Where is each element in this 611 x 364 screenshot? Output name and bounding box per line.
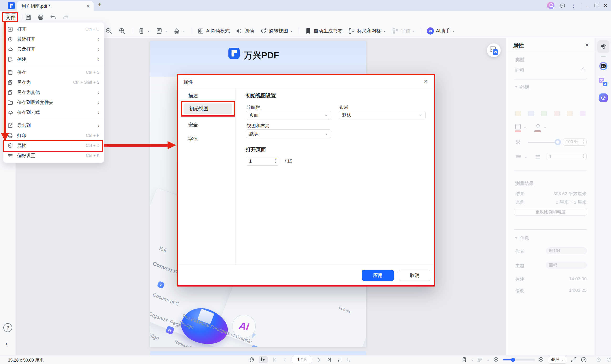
redo-icon[interactable] <box>62 13 69 21</box>
navbar-select[interactable]: 页面 ⌄ <box>246 111 331 119</box>
next-page-icon[interactable] <box>316 357 322 363</box>
read-aloud-button[interactable]: 朗读 <box>236 27 254 35</box>
menu-item-recent[interactable]: 最近打开 › <box>3 34 104 44</box>
menu-item-save-as-other[interactable]: 另存为其他 › <box>3 88 104 97</box>
previous-view-icon[interactable] <box>336 357 342 363</box>
page-layout-icon[interactable] <box>477 357 483 363</box>
subject-input[interactable]: 面积 <box>546 262 587 268</box>
timer-icon[interactable] <box>596 357 601 363</box>
new-tab-button[interactable]: + <box>98 1 101 8</box>
ai-read-mode-button[interactable]: AI阅读模式 <box>197 27 230 35</box>
change-scale-button[interactable]: 更改比例和精度 <box>514 208 587 216</box>
fullscreen-icon[interactable] <box>570 356 577 363</box>
fit-page-dropdown[interactable]: ⌄ <box>138 27 150 35</box>
opacity-input[interactable]: 100 % ∧∨ <box>563 138 587 146</box>
zoom-slider-handle[interactable] <box>511 358 515 362</box>
color-swatch[interactable] <box>554 111 560 116</box>
chevron-down-icon[interactable]: ⌄ <box>523 125 527 129</box>
view-layout-select[interactable]: 默认 ⌄ <box>246 130 331 138</box>
tasks-icon[interactable] <box>599 93 608 102</box>
dialog-tab-description[interactable]: 描述 <box>178 90 235 101</box>
print-icon[interactable] <box>37 13 44 21</box>
zoom-level-dropdown[interactable]: 45% ⌄ <box>548 356 567 364</box>
color-swatch[interactable] <box>528 111 534 116</box>
zoom-out-status-icon[interactable] <box>493 356 500 363</box>
spin-up-icon[interactable]: ∧ <box>583 154 584 156</box>
tab-close-icon[interactable]: ✕ <box>86 4 90 9</box>
spin-down-icon[interactable]: ∨ <box>583 156 584 159</box>
menu-item-open[interactable]: 打开 Ctrl + O <box>3 24 104 34</box>
minimize-button[interactable]: – <box>587 3 590 8</box>
sync-icon[interactable] <box>606 357 611 363</box>
menu-item-save[interactable]: 保存 Ctrl + S <box>3 67 104 78</box>
cancel-button[interactable]: 取消 <box>399 270 430 281</box>
previous-page-icon[interactable] <box>282 357 288 363</box>
close-panel-icon[interactable]: ✕ <box>585 42 589 47</box>
menu-item-save-recent-folder[interactable]: 保存到最近文件夹 › <box>3 97 104 107</box>
auto-bookmark-button[interactable]: 自动生成书签 <box>305 27 342 35</box>
line-style-icon[interactable] <box>515 153 522 160</box>
user-avatar[interactable] <box>547 2 555 9</box>
page-display-dropdown[interactable]: ⌄ <box>156 27 168 35</box>
zoom-in-icon[interactable] <box>118 27 126 35</box>
menu-item-create[interactable]: 创建 › <box>3 54 104 64</box>
document-tab[interactable]: 用户指南.pdf * ✕ <box>17 1 94 11</box>
dialog-tab-fonts[interactable]: 字体 <box>178 134 235 144</box>
spin-down-icon[interactable]: ∨ <box>583 142 584 144</box>
stroke-color-icon[interactable] <box>515 124 521 130</box>
line-width-input[interactable]: 1 ∧∨ <box>546 153 587 160</box>
select-tool-button[interactable] <box>259 356 268 363</box>
collapse-appearance-icon[interactable] <box>515 86 518 88</box>
zoom-in-status-icon[interactable] <box>538 356 545 363</box>
menu-item-cloud-open[interactable]: 云盘打开 › <box>3 44 104 54</box>
color-swatch[interactable] <box>567 111 573 116</box>
last-page-icon[interactable] <box>326 357 332 363</box>
chevron-down-icon[interactable]: ⌄ <box>524 155 528 158</box>
close-window-button[interactable]: ✕ <box>603 3 608 8</box>
spin-down-icon[interactable]: ∨ <box>275 161 277 164</box>
opacity-slider-handle[interactable] <box>555 139 561 145</box>
chevron-down-icon[interactable]: ⌄ <box>543 125 547 129</box>
menu-item-export[interactable]: 导出到 › <box>3 121 104 131</box>
fill-color-icon[interactable] <box>535 123 541 130</box>
author-input[interactable]: 86134 <box>546 247 587 254</box>
dialog-close-icon[interactable]: ✕ <box>424 79 428 84</box>
convert-to-word-badge[interactable]: W <box>487 43 501 57</box>
help-button[interactable]: ? <box>3 323 12 332</box>
collapse-info-icon[interactable] <box>515 237 518 239</box>
more-view-options-icon[interactable] <box>581 356 587 363</box>
chevron-down-icon[interactable]: ⌄ <box>471 358 474 361</box>
ai-assistant-dropdown[interactable]: AI AI助手 ⌄ <box>427 27 455 35</box>
zoom-out-icon[interactable] <box>105 27 113 35</box>
properties-tool-button[interactable] <box>597 40 609 53</box>
hand-tool-icon[interactable] <box>248 356 255 363</box>
page-number-input[interactable]: 1 /15 <box>292 356 312 363</box>
spin-up-icon[interactable]: ∧ <box>275 158 277 161</box>
feedback-icon[interactable] <box>560 3 566 9</box>
save-icon[interactable] <box>25 13 32 21</box>
dialog-tab-security[interactable]: 安全 <box>178 119 235 130</box>
color-swatch[interactable] <box>541 111 547 116</box>
next-view-icon[interactable] <box>346 357 352 363</box>
color-swatch[interactable] <box>515 111 521 116</box>
scroll-mode-icon[interactable] <box>461 357 467 363</box>
dialog-tab-initial-view[interactable]: 初始视图 <box>183 104 232 114</box>
undo-icon[interactable] <box>50 13 57 21</box>
ruler-grid-dropdown[interactable]: 标尺和网格 ⌄ <box>348 27 386 35</box>
open-page-input[interactable]: 1 ∧∨ <box>246 156 279 166</box>
first-page-icon[interactable] <box>272 357 278 363</box>
menu-item-save-to-cloud[interactable]: 保存到云端 › <box>3 107 104 117</box>
layout-select[interactable]: 默认 ⌄ <box>339 111 426 119</box>
ai-chat-icon[interactable] <box>599 62 607 70</box>
menu-item-print[interactable]: 打印 Ctrl + P <box>3 131 104 141</box>
spin-up-icon[interactable]: ∧ <box>583 139 584 141</box>
rotate-view-dropdown[interactable]: 旋转视图 ⌄ <box>260 27 293 35</box>
apply-button[interactable]: 应用 <box>362 270 394 281</box>
menu-item-preferences[interactable]: 偏好设置 Ctrl + K <box>3 151 104 161</box>
translate-icon[interactable]: 文 A <box>599 78 608 87</box>
collapse-sidebar-icon[interactable]: ‹ <box>5 340 8 347</box>
tile-dropdown[interactable]: 平铺 ⌄ <box>392 27 415 35</box>
background-dropdown[interactable]: ⌄ <box>173 27 185 35</box>
restore-button[interactable] <box>595 4 598 7</box>
menu-item-save-as[interactable]: 另存为 Ctrl + Shift + S <box>3 78 104 88</box>
